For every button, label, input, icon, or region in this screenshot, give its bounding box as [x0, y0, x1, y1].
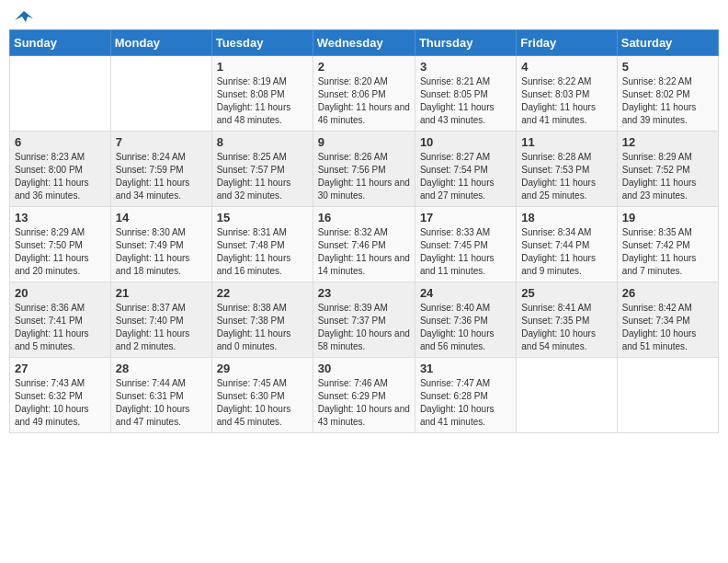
calendar-week-row: 6Sunrise: 8:23 AM Sunset: 8:00 PM Daylig…: [10, 132, 719, 207]
calendar-cell: 30Sunrise: 7:46 AM Sunset: 6:29 PM Dayli…: [313, 358, 415, 433]
day-info: Sunrise: 8:29 AM Sunset: 7:50 PM Dayligh…: [15, 226, 106, 278]
day-number: 19: [622, 211, 713, 224]
calendar-cell: 21Sunrise: 8:37 AM Sunset: 7:40 PM Dayli…: [110, 282, 211, 358]
svg-marker-0: [15, 11, 33, 22]
day-number: 4: [521, 60, 611, 74]
day-info: Sunrise: 8:28 AM Sunset: 7:53 PM Dayligh…: [521, 151, 611, 202]
calendar-cell: [10, 56, 111, 132]
day-of-week-header: Sunday: [10, 30, 111, 56]
day-of-week-header: Monday: [110, 30, 211, 56]
day-info: Sunrise: 8:39 AM Sunset: 7:37 PM Dayligh…: [318, 302, 410, 353]
day-info: Sunrise: 8:41 AM Sunset: 7:35 PM Dayligh…: [521, 302, 611, 353]
day-number: 20: [15, 286, 106, 300]
calendar-cell: [110, 56, 211, 132]
calendar-cell: 20Sunrise: 8:36 AM Sunset: 7:41 PM Dayli…: [10, 282, 111, 358]
day-number: 14: [116, 211, 207, 224]
calendar-week-row: 20Sunrise: 8:36 AM Sunset: 7:41 PM Dayli…: [10, 282, 719, 358]
day-info: Sunrise: 8:27 AM Sunset: 7:54 PM Dayligh…: [420, 151, 511, 202]
day-info: Sunrise: 8:37 AM Sunset: 7:40 PM Dayligh…: [116, 302, 207, 353]
day-info: Sunrise: 7:46 AM Sunset: 6:29 PM Dayligh…: [318, 377, 410, 429]
day-info: Sunrise: 8:35 AM Sunset: 7:42 PM Dayligh…: [622, 226, 713, 278]
day-number: 13: [15, 211, 106, 224]
day-number: 16: [318, 211, 410, 224]
day-number: 9: [318, 135, 410, 149]
day-number: 7: [116, 135, 207, 149]
day-number: 21: [116, 286, 207, 300]
calendar-cell: 19Sunrise: 8:35 AM Sunset: 7:42 PM Dayli…: [617, 207, 718, 282]
day-info: Sunrise: 7:47 AM Sunset: 6:28 PM Dayligh…: [420, 377, 511, 429]
day-info: Sunrise: 8:22 AM Sunset: 8:02 PM Dayligh…: [622, 75, 713, 127]
day-number: 6: [15, 135, 106, 149]
day-of-week-header: Thursday: [415, 30, 516, 56]
day-number: 8: [217, 135, 308, 149]
day-number: 18: [521, 211, 611, 224]
calendar-cell: [517, 358, 617, 433]
calendar-cell: 22Sunrise: 8:38 AM Sunset: 7:38 PM Dayli…: [211, 282, 313, 358]
calendar-cell: 12Sunrise: 8:29 AM Sunset: 7:52 PM Dayli…: [617, 132, 718, 207]
day-info: Sunrise: 8:31 AM Sunset: 7:48 PM Dayligh…: [217, 226, 308, 278]
day-number: 23: [318, 286, 410, 300]
day-info: Sunrise: 8:25 AM Sunset: 7:57 PM Dayligh…: [217, 151, 308, 202]
day-number: 30: [318, 362, 410, 375]
calendar-header-row: SundayMondayTuesdayWednesdayThursdayFrid…: [10, 30, 719, 56]
calendar-cell: 18Sunrise: 8:34 AM Sunset: 7:44 PM Dayli…: [517, 207, 617, 282]
calendar-cell: 14Sunrise: 8:30 AM Sunset: 7:49 PM Dayli…: [110, 207, 211, 282]
logo-bird-icon: [15, 9, 33, 26]
calendar-cell: 25Sunrise: 8:41 AM Sunset: 7:35 PM Dayli…: [517, 282, 617, 358]
day-info: Sunrise: 8:32 AM Sunset: 7:46 PM Dayligh…: [318, 226, 410, 278]
calendar-cell: 5Sunrise: 8:22 AM Sunset: 8:02 PM Daylig…: [617, 56, 718, 132]
calendar-cell: 8Sunrise: 8:25 AM Sunset: 7:57 PM Daylig…: [211, 132, 313, 207]
day-of-week-header: Tuesday: [211, 30, 313, 56]
calendar-cell: 7Sunrise: 8:24 AM Sunset: 7:59 PM Daylig…: [110, 132, 211, 207]
day-of-week-header: Saturday: [617, 30, 718, 56]
calendar-cell: 13Sunrise: 8:29 AM Sunset: 7:50 PM Dayli…: [10, 207, 111, 282]
day-info: Sunrise: 7:43 AM Sunset: 6:32 PM Dayligh…: [15, 377, 106, 429]
day-info: Sunrise: 8:23 AM Sunset: 8:00 PM Dayligh…: [15, 151, 106, 202]
day-info: Sunrise: 8:26 AM Sunset: 7:56 PM Dayligh…: [318, 151, 410, 202]
day-number: 3: [420, 60, 511, 74]
calendar-cell: 27Sunrise: 7:43 AM Sunset: 6:32 PM Dayli…: [10, 358, 111, 433]
day-number: 24: [420, 286, 511, 300]
calendar-cell: 15Sunrise: 8:31 AM Sunset: 7:48 PM Dayli…: [211, 207, 313, 282]
calendar-cell: [617, 358, 718, 433]
day-number: 29: [217, 362, 308, 375]
day-number: 15: [217, 211, 308, 224]
page-header: [9, 9, 719, 22]
day-info: Sunrise: 8:42 AM Sunset: 7:34 PM Dayligh…: [622, 302, 713, 353]
calendar-cell: 29Sunrise: 7:45 AM Sunset: 6:30 PM Dayli…: [211, 358, 313, 433]
calendar-cell: 26Sunrise: 8:42 AM Sunset: 7:34 PM Dayli…: [617, 282, 718, 358]
day-number: 5: [622, 60, 713, 74]
day-number: 12: [622, 135, 713, 149]
calendar-cell: 28Sunrise: 7:44 AM Sunset: 6:31 PM Dayli…: [110, 358, 211, 433]
calendar-cell: 2Sunrise: 8:20 AM Sunset: 8:06 PM Daylig…: [313, 56, 415, 132]
day-number: 2: [318, 60, 410, 74]
calendar-cell: 4Sunrise: 8:22 AM Sunset: 8:03 PM Daylig…: [517, 56, 617, 132]
calendar-cell: 24Sunrise: 8:40 AM Sunset: 7:36 PM Dayli…: [415, 282, 516, 358]
day-number: 31: [420, 362, 511, 375]
day-number: 17: [420, 211, 511, 224]
day-info: Sunrise: 7:45 AM Sunset: 6:30 PM Dayligh…: [217, 377, 308, 429]
day-of-week-header: Wednesday: [313, 30, 415, 56]
day-info: Sunrise: 8:33 AM Sunset: 7:45 PM Dayligh…: [420, 226, 511, 278]
calendar-cell: 6Sunrise: 8:23 AM Sunset: 8:00 PM Daylig…: [10, 132, 111, 207]
calendar-cell: 17Sunrise: 8:33 AM Sunset: 7:45 PM Dayli…: [415, 207, 516, 282]
day-info: Sunrise: 8:19 AM Sunset: 8:08 PM Dayligh…: [217, 75, 308, 127]
calendar-cell: 1Sunrise: 8:19 AM Sunset: 8:08 PM Daylig…: [211, 56, 313, 132]
day-number: 26: [622, 286, 713, 300]
day-number: 10: [420, 135, 511, 149]
day-info: Sunrise: 8:29 AM Sunset: 7:52 PM Dayligh…: [622, 151, 713, 202]
calendar-week-row: 1Sunrise: 8:19 AM Sunset: 8:08 PM Daylig…: [10, 56, 719, 132]
day-info: Sunrise: 8:40 AM Sunset: 7:36 PM Dayligh…: [420, 302, 511, 353]
day-number: 22: [217, 286, 308, 300]
calendar-week-row: 27Sunrise: 7:43 AM Sunset: 6:32 PM Dayli…: [10, 358, 719, 433]
calendar-cell: 9Sunrise: 8:26 AM Sunset: 7:56 PM Daylig…: [313, 132, 415, 207]
day-info: Sunrise: 8:30 AM Sunset: 7:49 PM Dayligh…: [116, 226, 207, 278]
day-info: Sunrise: 8:22 AM Sunset: 8:03 PM Dayligh…: [521, 75, 611, 127]
day-number: 11: [521, 135, 611, 149]
calendar-cell: 3Sunrise: 8:21 AM Sunset: 8:05 PM Daylig…: [415, 56, 516, 132]
day-number: 27: [15, 362, 106, 375]
calendar-cell: 11Sunrise: 8:28 AM Sunset: 7:53 PM Dayli…: [517, 132, 617, 207]
day-info: Sunrise: 7:44 AM Sunset: 6:31 PM Dayligh…: [116, 377, 207, 429]
day-of-week-header: Friday: [517, 30, 617, 56]
day-info: Sunrise: 8:38 AM Sunset: 7:38 PM Dayligh…: [217, 302, 308, 353]
